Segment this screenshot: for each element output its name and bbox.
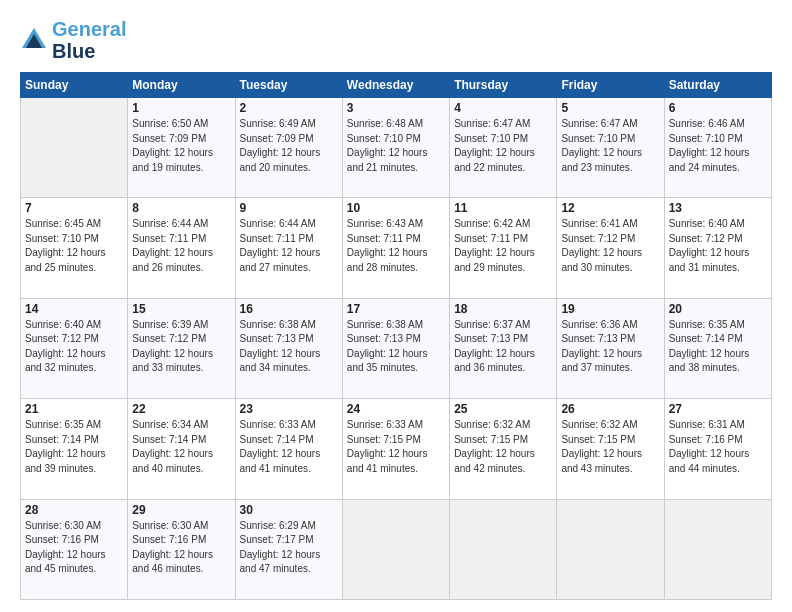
day-of-week-header: Monday	[128, 73, 235, 98]
day-number: 24	[347, 402, 445, 416]
day-number: 9	[240, 201, 338, 215]
calendar-cell: 21Sunrise: 6:35 AM Sunset: 7:14 PM Dayli…	[21, 399, 128, 499]
day-number: 8	[132, 201, 230, 215]
day-number: 27	[669, 402, 767, 416]
day-number: 22	[132, 402, 230, 416]
calendar-cell: 24Sunrise: 6:33 AM Sunset: 7:15 PM Dayli…	[342, 399, 449, 499]
day-info: Sunrise: 6:40 AM Sunset: 7:12 PM Dayligh…	[669, 217, 767, 275]
calendar-week-row: 1Sunrise: 6:50 AM Sunset: 7:09 PM Daylig…	[21, 98, 772, 198]
calendar-cell: 1Sunrise: 6:50 AM Sunset: 7:09 PM Daylig…	[128, 98, 235, 198]
day-number: 4	[454, 101, 552, 115]
day-number: 3	[347, 101, 445, 115]
day-info: Sunrise: 6:32 AM Sunset: 7:15 PM Dayligh…	[454, 418, 552, 476]
day-info: Sunrise: 6:38 AM Sunset: 7:13 PM Dayligh…	[240, 318, 338, 376]
day-number: 17	[347, 302, 445, 316]
day-number: 21	[25, 402, 123, 416]
calendar-cell: 2Sunrise: 6:49 AM Sunset: 7:09 PM Daylig…	[235, 98, 342, 198]
day-info: Sunrise: 6:32 AM Sunset: 7:15 PM Dayligh…	[561, 418, 659, 476]
day-info: Sunrise: 6:29 AM Sunset: 7:17 PM Dayligh…	[240, 519, 338, 577]
calendar-cell: 20Sunrise: 6:35 AM Sunset: 7:14 PM Dayli…	[664, 298, 771, 398]
header: GeneralBlue	[20, 18, 772, 62]
calendar-cell: 26Sunrise: 6:32 AM Sunset: 7:15 PM Dayli…	[557, 399, 664, 499]
calendar-cell: 6Sunrise: 6:46 AM Sunset: 7:10 PM Daylig…	[664, 98, 771, 198]
day-info: Sunrise: 6:44 AM Sunset: 7:11 PM Dayligh…	[132, 217, 230, 275]
calendar-cell: 23Sunrise: 6:33 AM Sunset: 7:14 PM Dayli…	[235, 399, 342, 499]
day-info: Sunrise: 6:47 AM Sunset: 7:10 PM Dayligh…	[454, 117, 552, 175]
calendar-cell: 3Sunrise: 6:48 AM Sunset: 7:10 PM Daylig…	[342, 98, 449, 198]
calendar-cell	[664, 499, 771, 599]
day-of-week-header: Tuesday	[235, 73, 342, 98]
calendar-week-row: 7Sunrise: 6:45 AM Sunset: 7:10 PM Daylig…	[21, 198, 772, 298]
day-number: 19	[561, 302, 659, 316]
calendar-cell: 9Sunrise: 6:44 AM Sunset: 7:11 PM Daylig…	[235, 198, 342, 298]
day-number: 15	[132, 302, 230, 316]
calendar-cell: 28Sunrise: 6:30 AM Sunset: 7:16 PM Dayli…	[21, 499, 128, 599]
day-number: 7	[25, 201, 123, 215]
calendar-cell	[557, 499, 664, 599]
day-info: Sunrise: 6:44 AM Sunset: 7:11 PM Dayligh…	[240, 217, 338, 275]
calendar-cell	[450, 499, 557, 599]
calendar-cell: 11Sunrise: 6:42 AM Sunset: 7:11 PM Dayli…	[450, 198, 557, 298]
calendar-week-row: 28Sunrise: 6:30 AM Sunset: 7:16 PM Dayli…	[21, 499, 772, 599]
calendar-cell: 14Sunrise: 6:40 AM Sunset: 7:12 PM Dayli…	[21, 298, 128, 398]
day-number: 13	[669, 201, 767, 215]
day-number: 23	[240, 402, 338, 416]
day-info: Sunrise: 6:31 AM Sunset: 7:16 PM Dayligh…	[669, 418, 767, 476]
calendar-cell: 12Sunrise: 6:41 AM Sunset: 7:12 PM Dayli…	[557, 198, 664, 298]
day-info: Sunrise: 6:30 AM Sunset: 7:16 PM Dayligh…	[132, 519, 230, 577]
calendar-cell: 7Sunrise: 6:45 AM Sunset: 7:10 PM Daylig…	[21, 198, 128, 298]
calendar-cell: 8Sunrise: 6:44 AM Sunset: 7:11 PM Daylig…	[128, 198, 235, 298]
day-info: Sunrise: 6:36 AM Sunset: 7:13 PM Dayligh…	[561, 318, 659, 376]
day-info: Sunrise: 6:33 AM Sunset: 7:15 PM Dayligh…	[347, 418, 445, 476]
day-number: 25	[454, 402, 552, 416]
calendar-cell: 5Sunrise: 6:47 AM Sunset: 7:10 PM Daylig…	[557, 98, 664, 198]
page: GeneralBlue SundayMondayTuesdayWednesday…	[0, 0, 792, 612]
calendar-cell: 29Sunrise: 6:30 AM Sunset: 7:16 PM Dayli…	[128, 499, 235, 599]
day-info: Sunrise: 6:33 AM Sunset: 7:14 PM Dayligh…	[240, 418, 338, 476]
day-info: Sunrise: 6:39 AM Sunset: 7:12 PM Dayligh…	[132, 318, 230, 376]
day-number: 16	[240, 302, 338, 316]
day-info: Sunrise: 6:47 AM Sunset: 7:10 PM Dayligh…	[561, 117, 659, 175]
day-info: Sunrise: 6:45 AM Sunset: 7:10 PM Dayligh…	[25, 217, 123, 275]
day-info: Sunrise: 6:42 AM Sunset: 7:11 PM Dayligh…	[454, 217, 552, 275]
calendar-cell	[21, 98, 128, 198]
calendar-week-row: 21Sunrise: 6:35 AM Sunset: 7:14 PM Dayli…	[21, 399, 772, 499]
day-number: 30	[240, 503, 338, 517]
calendar-header-row: SundayMondayTuesdayWednesdayThursdayFrid…	[21, 73, 772, 98]
calendar-table: SundayMondayTuesdayWednesdayThursdayFrid…	[20, 72, 772, 600]
day-info: Sunrise: 6:35 AM Sunset: 7:14 PM Dayligh…	[25, 418, 123, 476]
calendar-cell: 25Sunrise: 6:32 AM Sunset: 7:15 PM Dayli…	[450, 399, 557, 499]
day-info: Sunrise: 6:50 AM Sunset: 7:09 PM Dayligh…	[132, 117, 230, 175]
day-of-week-header: Saturday	[664, 73, 771, 98]
day-info: Sunrise: 6:38 AM Sunset: 7:13 PM Dayligh…	[347, 318, 445, 376]
logo-icon	[20, 26, 48, 54]
day-info: Sunrise: 6:35 AM Sunset: 7:14 PM Dayligh…	[669, 318, 767, 376]
calendar-cell: 15Sunrise: 6:39 AM Sunset: 7:12 PM Dayli…	[128, 298, 235, 398]
day-info: Sunrise: 6:41 AM Sunset: 7:12 PM Dayligh…	[561, 217, 659, 275]
day-number: 20	[669, 302, 767, 316]
day-of-week-header: Wednesday	[342, 73, 449, 98]
logo-text: GeneralBlue	[52, 18, 126, 62]
calendar-cell: 22Sunrise: 6:34 AM Sunset: 7:14 PM Dayli…	[128, 399, 235, 499]
calendar-cell: 30Sunrise: 6:29 AM Sunset: 7:17 PM Dayli…	[235, 499, 342, 599]
day-number: 11	[454, 201, 552, 215]
day-number: 26	[561, 402, 659, 416]
calendar-cell: 18Sunrise: 6:37 AM Sunset: 7:13 PM Dayli…	[450, 298, 557, 398]
calendar-cell: 13Sunrise: 6:40 AM Sunset: 7:12 PM Dayli…	[664, 198, 771, 298]
calendar-cell	[342, 499, 449, 599]
calendar-cell: 17Sunrise: 6:38 AM Sunset: 7:13 PM Dayli…	[342, 298, 449, 398]
logo: GeneralBlue	[20, 18, 126, 62]
calendar-cell: 16Sunrise: 6:38 AM Sunset: 7:13 PM Dayli…	[235, 298, 342, 398]
calendar-cell: 19Sunrise: 6:36 AM Sunset: 7:13 PM Dayli…	[557, 298, 664, 398]
calendar-cell: 4Sunrise: 6:47 AM Sunset: 7:10 PM Daylig…	[450, 98, 557, 198]
day-info: Sunrise: 6:37 AM Sunset: 7:13 PM Dayligh…	[454, 318, 552, 376]
day-info: Sunrise: 6:34 AM Sunset: 7:14 PM Dayligh…	[132, 418, 230, 476]
day-number: 2	[240, 101, 338, 115]
day-number: 10	[347, 201, 445, 215]
day-info: Sunrise: 6:48 AM Sunset: 7:10 PM Dayligh…	[347, 117, 445, 175]
day-of-week-header: Friday	[557, 73, 664, 98]
calendar-cell: 10Sunrise: 6:43 AM Sunset: 7:11 PM Dayli…	[342, 198, 449, 298]
day-of-week-header: Sunday	[21, 73, 128, 98]
day-number: 28	[25, 503, 123, 517]
day-number: 29	[132, 503, 230, 517]
